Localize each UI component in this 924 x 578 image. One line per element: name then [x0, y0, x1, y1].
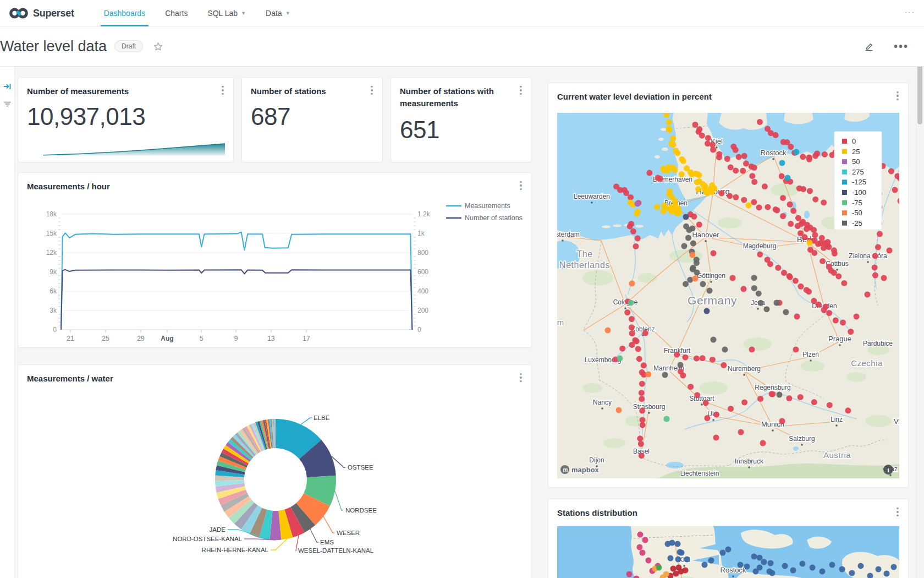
header-actions: ••• — [863, 40, 909, 52]
favorite-star-button[interactable] — [153, 41, 163, 52]
chart-kebab-menu[interactable] — [218, 84, 228, 96]
chart-title: Number of stations — [251, 85, 348, 97]
map-info-button[interactable]: i — [883, 465, 893, 475]
card-water-level-deviation-map: Current water level deviation in percent — [548, 83, 909, 488]
arrow-to-bar-icon — [3, 83, 12, 90]
svg-text:18k: 18k — [46, 210, 57, 218]
pencil-icon — [863, 40, 875, 52]
chart-kebab-menu[interactable] — [893, 90, 903, 102]
svg-text:9k: 9k — [50, 268, 57, 276]
svg-text:i: i — [887, 467, 889, 473]
chart-kebab-menu[interactable] — [367, 84, 377, 96]
svg-text:-100: -100 — [852, 188, 866, 197]
donut-chart[interactable]: ELBEOSTSEENORDSEEWESEREMSWESEL-DATTELN-K… — [18, 365, 531, 578]
svg-text:Number of stations: Number of stations — [465, 214, 522, 222]
city-label-Nancy: Nancy — [593, 399, 612, 406]
dashboard-menu-button[interactable]: ••• — [894, 43, 909, 49]
svg-text:6k: 6k — [50, 287, 57, 295]
city-label-Salzburg: Salzburg — [789, 435, 815, 443]
chart-kebab-menu[interactable] — [516, 179, 526, 192]
svg-text:Measurements: Measurements — [465, 202, 510, 210]
svg-text:Aug: Aug — [161, 335, 173, 342]
stations-map[interactable]: KielRostock — [557, 526, 899, 578]
city-label-Stuttgart: Stuttgart — [689, 395, 714, 402]
city-label-Nuremberg: Nuremberg — [728, 365, 761, 373]
chart-kebab-menu[interactable] — [516, 84, 526, 96]
svg-text:15k: 15k — [46, 230, 57, 237]
line-chart[interactable]: 003k2006k4009k60012k80015k1k18k1.2k21252… — [18, 196, 531, 346]
map-legend: 02550275-125-100-75-50-25 — [834, 132, 882, 230]
card-number-of-measurements: Number of measurements 10,937,013 — [18, 77, 234, 162]
legend-item-Measurements[interactable]: Measurements — [446, 202, 510, 210]
nav-overflow-button[interactable]: ... — [905, 6, 915, 15]
superset-logo[interactable]: Superset — [9, 6, 74, 20]
nav-menu: Dashboards Charts SQL Lab▼ Data▼ — [94, 0, 300, 26]
station-dots — [656, 565, 662, 571]
svg-text:1k: 1k — [417, 230, 425, 237]
pie-label-WESEL-DATTELN-KANAL: WESEL-DATTELN-KANAL — [298, 547, 374, 554]
card-stations-with-measurements: Number of stations with measurements 651 — [391, 77, 532, 162]
page-scrollbar[interactable] — [916, 26, 924, 578]
pie-label-NORD-OSTSEE-KANAL: NORD-OSTSEE-KANAL — [173, 536, 242, 542]
deviation-map[interactable]: TheNetherlandsGermanyBelgiumCzechiaAustr… — [557, 113, 899, 478]
svg-text:29: 29 — [137, 335, 145, 342]
svg-text:m: m — [563, 467, 568, 473]
pie-label-ELBE: ELBE — [314, 415, 330, 421]
nav-item-dashboards[interactable]: Dashboards — [94, 0, 156, 26]
svg-text:25: 25 — [102, 335, 109, 342]
svg-text:3k: 3k — [50, 307, 57, 314]
chart-title: Current water level deviation in percent — [557, 91, 734, 103]
svg-text:400: 400 — [417, 287, 428, 295]
city-label-Prague: Prague — [828, 335, 851, 343]
city-label-Pardubice: Pardubice — [863, 340, 893, 347]
city-label-Magdeburg: Magdeburg — [743, 242, 777, 250]
pie-label-NORDSEE: NORDSEE — [345, 507, 377, 514]
nav-item-charts[interactable]: Charts — [155, 0, 197, 26]
svg-text:5: 5 — [200, 335, 204, 342]
big-number-value: 687 — [251, 103, 290, 130]
edit-dashboard-button[interactable] — [863, 40, 875, 52]
brand-name: Superset — [33, 8, 74, 19]
filter-list-button[interactable] — [0, 97, 14, 111]
chart-title: Number of stations with measurements — [400, 85, 531, 110]
pie-label-EMS: EMS — [320, 539, 334, 546]
svg-text:25: 25 — [852, 148, 860, 156]
superset-infinity-icon — [9, 6, 29, 20]
svg-text:17: 17 — [302, 335, 310, 342]
city-label-Zielona Góra: Zielona Góra — [849, 252, 887, 260]
expand-filters-button[interactable] — [0, 79, 14, 94]
big-number-value: 10,937,013 — [27, 103, 145, 130]
svg-text:0: 0 — [852, 137, 856, 145]
chevron-down-icon: ▼ — [285, 10, 290, 16]
city-label-Innsbruck: Innsbruck — [735, 457, 764, 465]
chevron-down-icon: ▼ — [241, 10, 246, 16]
svg-text:mapbox: mapbox — [571, 466, 600, 474]
country-label: Czechia — [851, 358, 883, 368]
city-label-Leeuwarden: Leeuwarden — [574, 193, 610, 200]
nav-item-sql-lab[interactable]: SQL Lab▼ — [197, 0, 256, 26]
svg-text:200: 200 — [417, 307, 428, 314]
pie-label-WESER: WESER — [337, 530, 360, 536]
legend-item-Number of stations[interactable]: Number of stations — [446, 214, 522, 222]
city-label-Plzeň: Plzeň — [802, 351, 819, 358]
top-navbar: Superset Dashboards Charts SQL Lab▼ Data… — [0, 0, 924, 27]
status-badge: Draft — [114, 40, 143, 52]
svg-text:-50: -50 — [852, 209, 862, 217]
card-measurements-per-hour: Measurements / hour 003k2006k4009k60012k… — [18, 172, 532, 348]
country-label: Belgium — [557, 318, 564, 327]
city-label-Dijon: Dijon — [589, 456, 604, 464]
city-label-Amsterdam: Amsterdam — [557, 231, 580, 238]
card-number-of-stations: Number of stations 687 — [241, 77, 383, 162]
mapbox-logo[interactable]: mmapbox — [560, 465, 600, 474]
filter-bar-collapsed — [0, 66, 15, 578]
city-label-Göttingen: Göttingen — [697, 272, 725, 280]
pie-label-RHEIN-HERNE-KANAL: RHEIN-HERNE-KANAL — [202, 547, 269, 553]
chart-kebab-menu[interactable] — [893, 506, 903, 518]
card-measurements-per-water: Measurements / water ELBEOSTSEENORDSEEWE… — [18, 364, 532, 578]
nav-item-data[interactable]: Data▼ — [256, 0, 300, 26]
country-label: Netherlands — [559, 260, 610, 270]
svg-text:275: 275 — [852, 168, 864, 176]
pie-label-JADE: JADE — [210, 526, 226, 533]
city-label-Strasbourg: Strasbourg — [633, 403, 666, 411]
pie-label-OSTSEE: OSTSEE — [348, 464, 373, 471]
